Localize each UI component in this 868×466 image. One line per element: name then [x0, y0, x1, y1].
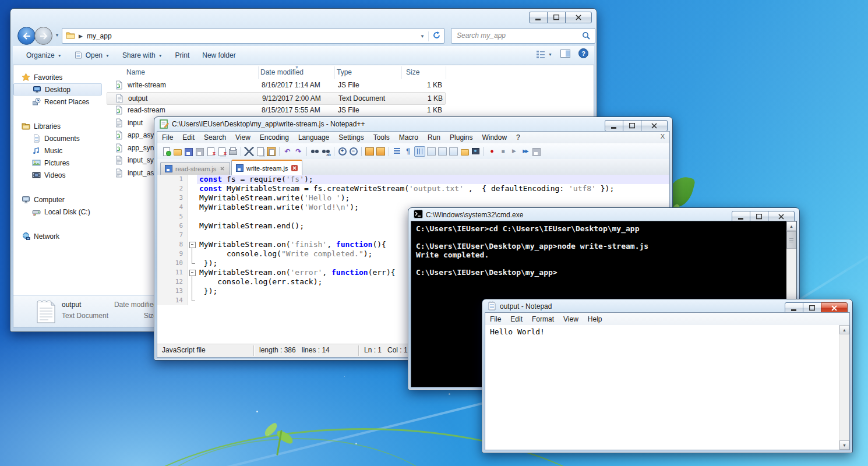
doc-close-x[interactable]: X — [661, 133, 665, 140]
sidebar-item-music[interactable]: Music — [13, 144, 105, 157]
notepad-text-area[interactable]: Hello World! ▲ ▼ — [485, 325, 849, 450]
search-icon[interactable] — [582, 31, 591, 43]
toolbar-open-button[interactable]: Open▼ — [68, 48, 116, 62]
sync-h-icon[interactable] — [376, 147, 386, 156]
address-bar[interactable]: ▶ my_app ▼ — [62, 28, 444, 44]
sidebar-item-network[interactable]: Network — [13, 230, 105, 242]
tab-close-icon[interactable] — [291, 165, 298, 171]
notepadpp-minimize-button[interactable] — [605, 120, 623, 132]
npp-menu-language[interactable]: Language — [294, 133, 334, 142]
stop-icon[interactable]: ■ — [498, 147, 508, 156]
save-macro-icon[interactable] — [531, 147, 541, 156]
tab-read-stream-js[interactable]: read-stream.js — [160, 162, 230, 175]
file-row-write-stream[interactable]: write-stream8/16/2017 1:14 AMJS File1 KB — [107, 79, 444, 91]
zoom-out-icon[interactable]: − — [348, 147, 358, 156]
toolbar-new-folder-button[interactable]: New folder — [196, 48, 242, 62]
notepad-menu-view[interactable]: View — [559, 315, 583, 323]
cmd-scroll-thumb[interactable] — [786, 231, 796, 249]
scroll-down-icon[interactable]: ▼ — [839, 440, 849, 450]
save-all-icon[interactable] — [195, 147, 204, 156]
doc-switch-icon[interactable] — [449, 147, 458, 156]
sidebar-item-recent-places[interactable]: Recent Places — [13, 96, 105, 108]
fold-margin[interactable] — [188, 212, 197, 221]
notepad-scrollbar[interactable]: ▲ ▼ — [839, 325, 849, 450]
fold-margin[interactable] — [188, 193, 197, 203]
sidebar-item-desktop[interactable]: Desktop — [13, 83, 102, 96]
save-icon[interactable] — [184, 147, 193, 156]
file-row-read-stream[interactable]: read-stream8/15/2017 5:55 AMJS File1 KB — [107, 104, 444, 116]
npp-menu-run[interactable]: Run — [423, 133, 445, 142]
npp-menu-search[interactable]: Search — [199, 133, 231, 142]
sidebar-item-favorites[interactable]: Favorites — [13, 71, 105, 83]
notepad-menu-format[interactable]: Format — [527, 315, 559, 323]
npp-menu-tools[interactable]: Tools — [369, 133, 394, 142]
paste-icon[interactable] — [266, 147, 276, 156]
forward-button[interactable] — [34, 27, 52, 45]
print-icon[interactable] — [228, 147, 238, 156]
sync-v-icon[interactable] — [365, 147, 375, 156]
func-list-icon[interactable] — [426, 147, 436, 156]
tab-close-icon[interactable] — [219, 165, 225, 172]
sidebar-item-local-disk-c[interactable]: Local Disk (C:) — [13, 206, 105, 218]
replace-icon[interactable]: ab — [321, 147, 331, 156]
npp-menu-macro[interactable]: Macro — [394, 133, 423, 142]
run-multi-icon[interactable]: ▶▶ — [520, 147, 530, 156]
fold-margin[interactable] — [188, 231, 197, 240]
column-header-name[interactable]: Name — [126, 68, 145, 76]
breadcrumb[interactable]: my_app — [87, 32, 112, 40]
preview-pane-button[interactable] — [560, 50, 570, 59]
help-button[interactable]: ? — [578, 48, 588, 60]
search-box[interactable]: Search my_app — [451, 28, 595, 44]
explorer-titlebar[interactable] — [10, 9, 597, 23]
monitor-icon[interactable] — [471, 147, 481, 156]
toolbar-share-with-button[interactable]: Share with▼ — [116, 48, 169, 62]
sidebar-item-computer[interactable]: Computer — [13, 193, 105, 206]
notepad-menu-help[interactable]: Help — [583, 315, 607, 323]
explorer-maximize-button[interactable] — [547, 12, 566, 23]
refresh-icon[interactable] — [432, 31, 441, 42]
folder-ws-icon[interactable] — [460, 147, 470, 156]
fold-margin[interactable] — [188, 268, 197, 277]
notepadpp-close-button[interactable] — [641, 120, 668, 132]
notepad-menu-file[interactable]: File — [485, 315, 506, 323]
file-row-output[interactable]: output9/12/2017 2:00 AMText Document1 KB — [107, 92, 446, 105]
explorer-minimize-button[interactable] — [529, 12, 548, 23]
desktop[interactable]: ▼ ▶ my_app ▼ Search my_app Organize▼Open — [0, 0, 868, 466]
npp-menu-help[interactable]: ? — [511, 133, 525, 142]
fold-margin[interactable] — [188, 175, 197, 184]
recent-pages-dropdown[interactable]: ▼ — [55, 33, 59, 38]
scroll-up-icon[interactable]: ▲ — [786, 221, 796, 231]
cut-icon[interactable] — [244, 147, 254, 156]
npp-menu-plugins[interactable]: Plugins — [445, 133, 477, 142]
fold-margin[interactable] — [188, 240, 197, 249]
redo-icon[interactable]: ↷ — [294, 147, 304, 156]
fold-margin[interactable] — [188, 249, 197, 259]
column-header-date[interactable]: Date modified — [260, 68, 304, 76]
rec-icon[interactable]: ● — [487, 147, 497, 156]
fold-margin[interactable] — [188, 277, 197, 287]
notepadpp-maximize-button[interactable] — [623, 120, 641, 132]
play-icon[interactable]: ▶ — [509, 147, 519, 156]
npp-menu-window[interactable]: Window — [477, 133, 511, 142]
zoom-in-icon[interactable]: + — [337, 147, 347, 156]
sidebar-item-pictures[interactable]: Pictures — [13, 157, 105, 169]
fold-margin[interactable] — [188, 296, 197, 305]
wrap-icon[interactable] — [392, 147, 402, 156]
explorer-close-button[interactable] — [565, 12, 592, 23]
toolbar-organize-button[interactable]: Organize▼ — [20, 48, 68, 62]
column-header-type[interactable]: Type — [337, 68, 352, 76]
tab-write-stream-js[interactable]: write-stream.js — [231, 160, 302, 175]
notepad-menu-edit[interactable]: Edit — [506, 315, 527, 323]
sidebar-item-documents[interactable]: Documents — [13, 132, 105, 144]
open-icon[interactable] — [172, 147, 182, 156]
copy-icon[interactable] — [255, 147, 265, 156]
column-header-size[interactable]: Size — [406, 68, 419, 76]
indent-guide-icon[interactable] — [414, 146, 425, 157]
fold-margin[interactable] — [188, 203, 197, 212]
views-button[interactable]: ▼ — [536, 50, 552, 58]
npp-menu-settings[interactable]: Settings — [334, 133, 368, 142]
sidebar-item-libraries[interactable]: Libraries — [13, 120, 105, 132]
fold-margin[interactable] — [188, 259, 197, 268]
close-icon[interactable]: x — [206, 147, 216, 156]
undo-icon[interactable]: ↶ — [283, 147, 292, 156]
